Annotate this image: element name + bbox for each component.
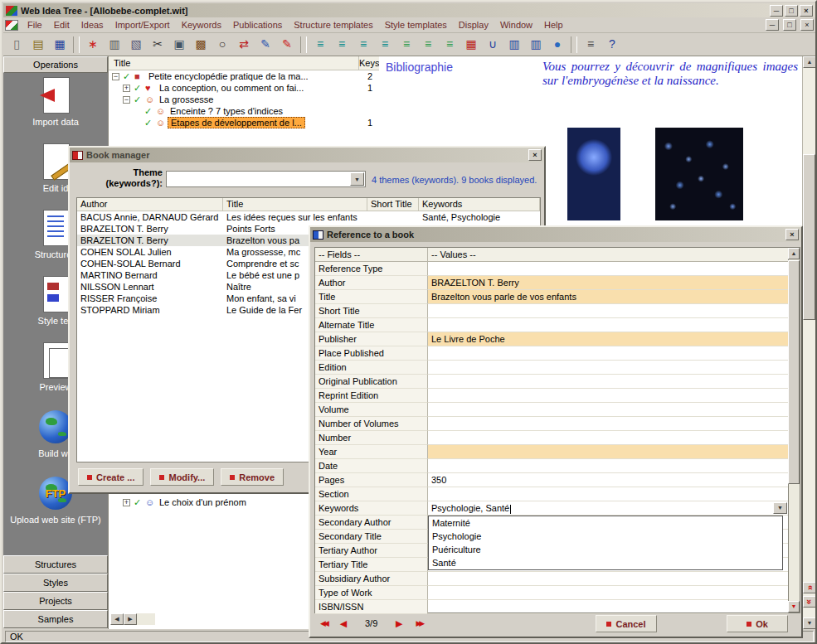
field-value[interactable] xyxy=(428,346,788,361)
field-name[interactable]: Number xyxy=(315,431,428,445)
field-row[interactable]: ISBN/ISSN xyxy=(315,600,800,614)
titlebar[interactable]: Web Idea Tree - [Allobebe-complet.wit] ─… xyxy=(3,3,815,17)
menu-keywords[interactable]: Keywords xyxy=(176,18,227,31)
tree-item-label[interactable]: Petite encyclopédie pratique de la ma... xyxy=(146,71,311,81)
copy-icon[interactable]: ▣ xyxy=(169,36,189,54)
field-name[interactable]: Reprint Edition xyxy=(315,389,428,403)
field-row[interactable]: Type of Work xyxy=(315,586,800,600)
tree-item-label[interactable]: Le choix d'un prénom xyxy=(157,497,249,507)
field-row[interactable]: Number of Volumes xyxy=(315,417,800,431)
tree-column-title[interactable]: Title xyxy=(109,56,359,70)
field-name[interactable]: Alternate Title xyxy=(315,318,428,332)
scroll-thumb[interactable] xyxy=(788,260,800,484)
modify-button[interactable]: Modify... xyxy=(150,468,214,486)
field-row[interactable]: Edition xyxy=(315,361,800,375)
minimize-icon[interactable]: ─ xyxy=(770,5,783,17)
field-name[interactable]: Pages xyxy=(315,473,428,487)
print-preview-icon[interactable]: ▧ xyxy=(126,36,146,54)
field-value[interactable] xyxy=(428,262,788,276)
field-name[interactable]: ISBN/ISSN xyxy=(315,600,428,614)
field-row[interactable]: Section xyxy=(315,487,800,501)
chevron-down-icon[interactable]: ▼ xyxy=(773,502,787,514)
panel-button-projects[interactable]: Projects xyxy=(3,592,108,610)
field-row[interactable]: Original Publication xyxy=(315,375,800,389)
move-down-icon[interactable]: ≡ xyxy=(375,36,395,54)
remove-button[interactable]: Remove xyxy=(221,468,284,486)
field-value[interactable] xyxy=(428,375,788,389)
sidebar-item-import-data[interactable]: Import data xyxy=(3,73,108,139)
column-header-keywords[interactable]: Keywords xyxy=(419,198,540,211)
mdi-close-icon[interactable]: × xyxy=(800,19,814,31)
field-row[interactable]: AuthorBRAZELTON T. Berry xyxy=(315,276,800,290)
field-row[interactable]: PublisherLe Livre de Poche xyxy=(315,332,800,346)
field-value[interactable] xyxy=(428,417,788,431)
page-up-icon[interactable]: » xyxy=(803,582,816,593)
field-name[interactable]: Number of Volumes xyxy=(315,417,428,431)
mdi-restore-icon[interactable]: □ xyxy=(783,19,796,31)
tree-row[interactable]: −✓■Petite encyclopédie pratique de la ma… xyxy=(109,70,379,82)
field-row[interactable]: Subsidiary Author xyxy=(315,572,800,586)
tree-item-label[interactable]: Etapes de développement de l... xyxy=(168,117,305,128)
panel-button-styles[interactable]: Styles xyxy=(3,574,108,592)
scroll-thumb[interactable] xyxy=(803,154,815,320)
delete-table-icon[interactable]: ▦ xyxy=(461,36,481,54)
field-name[interactable]: Title xyxy=(315,290,428,304)
zoom-icon[interactable]: ○ xyxy=(212,36,232,54)
field-value[interactable] xyxy=(428,304,788,318)
field-row[interactable]: TitleBrazelton vous parle de vos enfants xyxy=(315,290,800,304)
field-value[interactable] xyxy=(428,445,788,459)
field-name[interactable]: Type of Work xyxy=(315,586,428,600)
collapse-icon[interactable]: − xyxy=(112,73,119,80)
column-header-author[interactable]: Author xyxy=(77,198,223,211)
cancel-button[interactable]: Cancel xyxy=(596,615,657,632)
tree-item-label[interactable]: La grossesse xyxy=(157,94,216,104)
reference-scrollbar[interactable]: ▲ ▼ xyxy=(788,248,800,613)
field-name[interactable]: Volume xyxy=(315,403,428,417)
field-value[interactable] xyxy=(428,318,788,332)
menu-publications[interactable]: Publications xyxy=(227,18,288,31)
book-manager-titlebar[interactable]: Book manager × xyxy=(70,148,544,162)
magnet-icon[interactable]: ∪ xyxy=(483,36,503,54)
keyword-option[interactable]: Santé xyxy=(429,556,782,569)
menu-import-export[interactable]: Import/Export xyxy=(109,18,176,31)
field-value[interactable] xyxy=(428,572,788,586)
close-icon[interactable]: × xyxy=(800,5,813,17)
tree-row[interactable]: −✓☺La grossesse xyxy=(109,94,379,105)
field-name[interactable]: Publisher xyxy=(315,332,428,346)
menu-help[interactable]: Help xyxy=(538,18,569,31)
tree-row[interactable]: ✓☺Enceinte ? 7 types d'indices xyxy=(109,105,379,117)
field-row[interactable]: Number xyxy=(315,431,800,445)
scroll-right-icon[interactable]: ▶ xyxy=(124,613,137,625)
scroll-down-icon[interactable]: ▼ xyxy=(788,601,800,613)
edit-pencil-icon[interactable]: ✎ xyxy=(255,36,275,54)
save-icon[interactable]: ▦ xyxy=(50,36,70,54)
cut-icon[interactable]: ✂ xyxy=(148,36,168,54)
annotate-pencil-icon[interactable]: ✎ xyxy=(277,36,297,54)
tree-item-label[interactable]: La conception, ou comment on fai... xyxy=(157,83,306,93)
panel-button-structures[interactable]: Structures xyxy=(3,555,108,574)
menu-display[interactable]: Display xyxy=(453,18,494,31)
field-value[interactable] xyxy=(428,431,788,445)
insert-table-icon[interactable]: ▥ xyxy=(504,36,524,54)
settings-gear-icon[interactable]: ∗ xyxy=(83,36,103,54)
field-row[interactable]: Place Published xyxy=(315,346,800,361)
vertical-scrollbar[interactable]: ▲ » » ▼ xyxy=(802,56,815,629)
field-name[interactable]: Tertiary Author xyxy=(315,544,428,558)
field-value[interactable]: Brazelton vous parle de vos enfants xyxy=(428,290,788,304)
field-value[interactable] xyxy=(428,403,788,417)
scroll-down-icon[interactable]: ▼ xyxy=(803,617,816,629)
expand-icon[interactable]: + xyxy=(123,85,130,92)
print-icon[interactable]: ▥ xyxy=(105,36,124,54)
previous-record-button[interactable]: ◀ xyxy=(333,617,353,630)
field-name[interactable]: Subsidiary Author xyxy=(315,572,428,586)
field-value[interactable] xyxy=(428,600,788,614)
field-value[interactable]: 350 xyxy=(428,473,788,487)
field-name[interactable]: Secondary Title xyxy=(315,530,428,544)
field-row[interactable]: Volume xyxy=(315,403,800,417)
tree-row[interactable]: ✓☺Etapes de développement de l...1 xyxy=(109,117,379,128)
first-record-button[interactable]: ◀◀ xyxy=(314,617,333,630)
field-value[interactable]: Le Livre de Poche xyxy=(428,332,788,346)
field-row[interactable]: Reprint Edition xyxy=(315,389,800,403)
close-icon[interactable]: × xyxy=(528,149,542,161)
move-up-icon[interactable]: ≡ xyxy=(353,36,373,54)
